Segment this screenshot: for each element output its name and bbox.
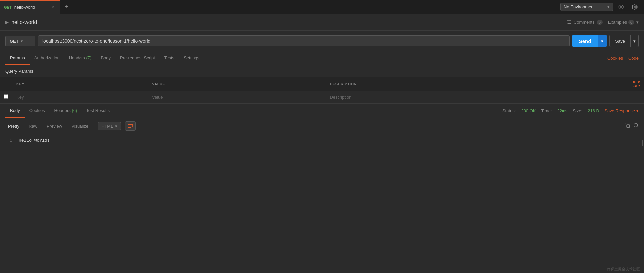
comments-label: Comments xyxy=(574,20,595,25)
value-col-header: VALUE xyxy=(148,77,326,91)
response-format-bar: Pretty Raw Preview Visualize HTML ▾ xyxy=(0,118,644,134)
cookies-link[interactable]: Cookies xyxy=(607,56,623,61)
tab-close-button[interactable]: × xyxy=(50,4,56,11)
params-table: KEY VALUE DESCRIPTION ··· Bulk Edit xyxy=(0,77,644,103)
wrap-button[interactable] xyxy=(125,121,136,131)
search-response-button[interactable] xyxy=(633,123,639,129)
status-label: Status: xyxy=(502,108,516,113)
settings-icon-button[interactable] xyxy=(629,2,640,12)
new-tab-button[interactable]: + xyxy=(61,2,72,12)
footer-text: @稀土掘金技术社区 xyxy=(607,267,640,271)
request-name: hello-world xyxy=(11,19,37,25)
footer: @稀土掘金技术社区 xyxy=(603,265,644,273)
code-line-1: 1 Hello World! xyxy=(5,138,639,143)
request-tabs-nav: Params Authorization Headers (7) Body Pr… xyxy=(0,51,644,65)
save-dropdown-button[interactable]: ▾ xyxy=(631,35,639,47)
examples-arrow: ▾ xyxy=(636,20,639,25)
request-name-toggle[interactable]: ▶ xyxy=(5,20,9,25)
line-content-1: Hello World! xyxy=(19,138,50,143)
save-response-arrow: ▾ xyxy=(636,108,639,113)
environment-label: No Environment xyxy=(564,4,595,9)
save-button-group: Save ▾ xyxy=(609,35,639,47)
row-checkbox-cell xyxy=(0,91,12,103)
tab-settings[interactable]: Settings xyxy=(179,51,204,65)
size-value: 216 B xyxy=(588,108,599,113)
tab-bar-right: No Environment ▾ xyxy=(560,2,644,12)
format-actions xyxy=(625,123,639,129)
wrap-icon xyxy=(128,124,133,128)
row-action-cell xyxy=(621,91,644,103)
save-button[interactable]: Save xyxy=(609,35,631,47)
request-tab[interactable]: GET hello-world × xyxy=(0,0,60,14)
format-tab-visualize[interactable]: Visualize xyxy=(69,122,91,130)
copy-response-button[interactable] xyxy=(625,123,630,129)
row-key-cell[interactable]: Key xyxy=(12,91,148,103)
checkbox-col-header xyxy=(0,77,12,91)
svg-point-0 xyxy=(621,6,622,8)
response-body: 1 Hello World! xyxy=(0,134,644,147)
format-type-label: HTML xyxy=(101,124,113,129)
tab-bar: GET hello-world × + ··· No Environment ▾ xyxy=(0,0,644,14)
params-section: Query Params KEY VALUE DESCRIPTION ··· B… xyxy=(0,65,644,103)
comment-icon xyxy=(566,20,572,25)
url-bar: GET ▾ Send ▾ Save ▾ xyxy=(0,31,644,51)
tab-pre-request[interactable]: Pre-request Script xyxy=(115,51,160,65)
tab-more-button[interactable]: ··· xyxy=(72,2,85,12)
query-params-title: Query Params xyxy=(0,65,644,77)
comments-count: 0 xyxy=(597,20,603,25)
status-value: 200 OK xyxy=(521,108,536,113)
examples-button[interactable]: Examples 0 ▾ xyxy=(608,20,639,25)
svg-rect-5 xyxy=(627,125,630,128)
url-input[interactable] xyxy=(38,35,570,46)
tab-body[interactable]: Body xyxy=(96,51,115,65)
tab-method-badge: GET xyxy=(4,5,12,9)
format-tab-raw[interactable]: Raw xyxy=(26,122,40,130)
code-link[interactable]: Code xyxy=(628,56,639,61)
row-checkbox[interactable] xyxy=(4,94,8,99)
svg-point-1 xyxy=(634,6,636,8)
row-value-cell[interactable]: Value xyxy=(148,91,326,103)
line-number-1: 1 xyxy=(5,138,12,143)
tab-authorization[interactable]: Authorization xyxy=(30,51,64,65)
table-row: Key Value Description xyxy=(0,91,644,103)
format-tab-preview[interactable]: Preview xyxy=(44,122,65,130)
more-col-header: ··· Bulk Edit xyxy=(621,77,644,91)
response-tab-headers[interactable]: Headers (6) xyxy=(50,104,82,118)
time-value: 22ms xyxy=(557,108,568,113)
response-tab-cookies[interactable]: Cookies xyxy=(25,104,50,118)
format-type-dropdown[interactable]: HTML ▾ xyxy=(98,122,121,130)
method-dropdown[interactable]: GET ▾ xyxy=(5,36,35,46)
response-tab-body[interactable]: Body xyxy=(5,104,25,118)
response-status: Status: 200 OK Time: 22ms Size: 216 B Sa… xyxy=(502,108,639,113)
svg-line-7 xyxy=(637,126,638,127)
request-name-bar: ▶ hello-world Comments 0 Examples 0 ▾ xyxy=(0,14,644,31)
description-col-header: DESCRIPTION xyxy=(326,77,621,91)
tab-tests[interactable]: Tests xyxy=(160,51,179,65)
svg-point-6 xyxy=(634,123,638,127)
scroll-indicator xyxy=(642,140,643,146)
format-tab-pretty[interactable]: Pretty xyxy=(5,122,22,130)
save-response-button[interactable]: Save Response ▾ xyxy=(604,108,639,113)
tab-params[interactable]: Params xyxy=(5,51,30,65)
eye-icon-button[interactable] xyxy=(616,2,627,12)
row-description-cell[interactable]: Description xyxy=(326,91,621,103)
format-dropdown-arrow: ▾ xyxy=(115,124,117,129)
time-label: Time: xyxy=(541,108,552,113)
examples-label: Examples xyxy=(608,20,627,25)
examples-count: 0 xyxy=(628,20,634,25)
send-button[interactable]: Send xyxy=(572,35,598,47)
response-tab-test-results[interactable]: Test Results xyxy=(81,104,114,118)
tab-headers[interactable]: Headers (7) xyxy=(64,51,96,65)
send-dropdown-button[interactable]: ▾ xyxy=(598,35,607,47)
size-label: Size: xyxy=(573,108,582,113)
bulk-edit-button[interactable]: Bulk Edit xyxy=(631,80,640,88)
comments-button[interactable]: Comments 0 xyxy=(566,20,603,25)
request-name-actions: Comments 0 Examples 0 ▾ xyxy=(566,20,639,25)
method-arrow-icon: ▾ xyxy=(21,39,23,44)
table-more-button[interactable]: ··· xyxy=(625,82,629,86)
key-col-header: KEY xyxy=(12,77,148,91)
response-tabs-bar: Body Cookies Headers (6) Test Results St… xyxy=(0,103,644,118)
environment-dropdown[interactable]: No Environment ▾ xyxy=(560,3,613,11)
chevron-down-icon: ▾ xyxy=(607,4,610,9)
tab-title: hello-world xyxy=(14,5,48,10)
